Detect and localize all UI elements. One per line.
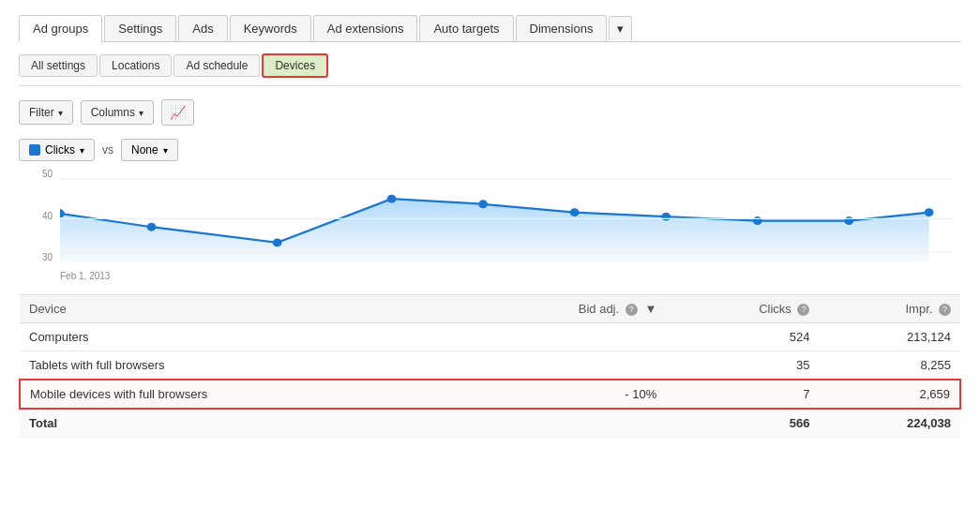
tab-ads[interactable]: Ads (178, 15, 227, 41)
chart-dot-4 (478, 200, 488, 208)
cell-device-mobile: Mobile devices with full browsers (20, 380, 453, 409)
subtab-all-settings[interactable]: All settings (19, 54, 98, 77)
cell-total-impr: 224,038 (819, 409, 960, 438)
tab-keywords[interactable]: Keywords (230, 15, 311, 41)
tab-settings[interactable]: Settings (104, 15, 176, 41)
filter-label: Filter (29, 106, 54, 119)
col-impr: Impr. ? (819, 295, 960, 323)
metric1-color-box (29, 144, 40, 156)
col-clicks: Clicks ? (666, 295, 819, 323)
metric1-label: Clicks (45, 143, 75, 157)
cell-total-label: Total (20, 409, 453, 438)
secondary-tab-bar: All settings Locations Ad schedule Devic… (19, 50, 961, 86)
chart-dot-5 (570, 208, 580, 216)
table-row-highlighted: Mobile devices with full browsers - 10% … (20, 380, 960, 409)
subtab-ad-schedule[interactable]: Ad schedule (173, 54, 260, 77)
metric1-chevron-icon: ▾ (80, 145, 84, 156)
cell-total-bid-adj (453, 409, 666, 438)
chart-dot-9 (925, 208, 934, 216)
subtab-devices[interactable]: Devices (262, 53, 328, 78)
cell-impr-tablets: 8,255 (819, 351, 960, 380)
chart-dot-1 (147, 223, 157, 231)
chart-icon: 📈 (170, 105, 186, 120)
col-device-label: Device (29, 302, 67, 316)
toolbar: Filter ▾ Columns ▾ 📈 (19, 96, 961, 129)
filter-button[interactable]: Filter ▾ (19, 100, 73, 125)
subtab-locations[interactable]: Locations (99, 54, 172, 77)
cell-device-computers: Computers (20, 323, 453, 351)
table-row: Computers 524 213,124 (20, 323, 960, 351)
cell-total-clicks: 566 (666, 409, 819, 438)
table-total-row: Total 566 224,038 (20, 409, 960, 438)
columns-button[interactable]: Columns ▾ (81, 100, 154, 125)
cell-clicks-mobile: 7 (666, 380, 819, 409)
col-bid-adj: Bid adj. ? ▼ (453, 295, 666, 323)
primary-tab-bar: Ad groups Settings Ads Keywords Ad exten… (19, 9, 961, 42)
tab-ad-extensions[interactable]: Ad extensions (313, 15, 418, 41)
chart-dot-6 (661, 213, 671, 221)
filter-chevron-icon: ▾ (58, 108, 63, 118)
metric2-button[interactable]: None ▾ (121, 139, 178, 161)
cell-bid-adj-computers (453, 323, 666, 351)
chart-dot-3 (387, 195, 397, 203)
metric2-label: None (131, 143, 158, 157)
chart-dot-8 (844, 216, 853, 225)
cell-bid-adj-mobile: - 10% (453, 380, 666, 409)
chart-dot-2 (273, 238, 282, 246)
chart-y-axis: 50 40 30 (19, 169, 56, 262)
columns-chevron-icon: ▾ (139, 108, 143, 118)
bid-adj-sort-icon[interactable]: ▼ (644, 302, 656, 316)
col-clicks-label: Clicks (759, 302, 792, 316)
line-chart-svg (60, 169, 952, 262)
table-header-row: Device Bid adj. ? ▼ Clicks ? Impr. ? (20, 295, 960, 323)
chart-x-label: Feb 1, 2013 (60, 271, 110, 281)
bid-adj-help-icon[interactable]: ? (626, 304, 638, 316)
clicks-help-icon[interactable]: ? (797, 304, 809, 316)
y-label-40: 40 (42, 211, 53, 221)
chart-toggle-button[interactable]: 📈 (161, 99, 194, 126)
cell-clicks-tablets: 35 (666, 351, 819, 380)
cell-impr-mobile: 2,659 (819, 380, 960, 409)
cell-impr-computers: 213,124 (819, 323, 960, 351)
table-row: Tablets with full browsers 35 8,255 (20, 351, 960, 380)
cell-clicks-computers: 524 (666, 323, 819, 351)
tab-ad-groups[interactable]: Ad groups (19, 15, 102, 42)
tab-more-button[interactable]: ▾ (609, 16, 632, 40)
chart-svg-area (60, 169, 952, 262)
metric2-chevron-icon: ▾ (163, 145, 168, 156)
chart-area: 50 40 30 (19, 169, 961, 281)
col-device: Device (20, 295, 453, 323)
metric1-button[interactable]: Clicks ▾ (19, 139, 95, 161)
tab-dimensions[interactable]: Dimensions (516, 15, 608, 41)
vs-label: vs (102, 143, 113, 157)
col-impr-label: Impr. (905, 302, 932, 316)
columns-label: Columns (91, 106, 135, 119)
col-bid-adj-label: Bid adj. (579, 302, 619, 316)
y-label-50: 50 (42, 169, 53, 179)
devices-table: Device Bid adj. ? ▼ Clicks ? Impr. ? Com… (19, 294, 961, 438)
cell-bid-adj-tablets (453, 351, 666, 380)
cell-device-tablets: Tablets with full browsers (20, 351, 453, 380)
chart-area-fill (60, 199, 929, 262)
y-label-30: 30 (42, 252, 53, 262)
impr-help-icon[interactable]: ? (939, 304, 951, 316)
chart-dot-7 (753, 216, 762, 225)
metric-selector-row: Clicks ▾ vs None ▾ (19, 139, 961, 161)
tab-auto-targets[interactable]: Auto targets (419, 15, 513, 41)
